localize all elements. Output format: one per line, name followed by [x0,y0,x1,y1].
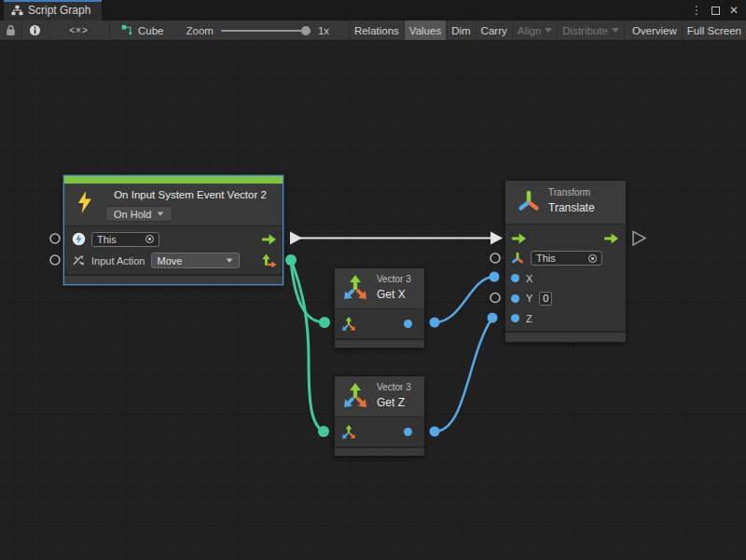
carry-button[interactable]: Carry [477,20,513,40]
inspect-button[interactable] [22,20,48,40]
event-this-row: This [64,228,283,250]
getx-node-header: Vector 3 Get X [335,268,424,309]
chevron-down-icon [226,258,232,262]
vector3-icon [342,275,368,301]
port-row-y: Y 0 [505,289,626,309]
node-footer [64,274,283,284]
target-picker-icon[interactable] [588,254,597,263]
vector2-to-getz-wire[interactable] [291,260,324,431]
translate-control-out-external-port[interactable] [633,232,645,246]
graph-node-icon [121,24,133,36]
event-mode-dropdown[interactable]: On Hold [105,206,173,222]
zoom-slider-track [221,30,311,32]
control-wire-start-arrow [290,232,302,245]
getz-to-translate-z-wire[interactable] [435,318,492,431]
node-vector3-get-z[interactable]: Vector 3 Get Z [334,376,425,457]
translate-this-external-port[interactable] [490,253,500,263]
translate-z-endpoint[interactable] [488,313,498,323]
float-output-port[interactable] [404,428,412,436]
y-value-field[interactable]: 0 [539,292,552,306]
node-title: Get X [377,288,406,301]
graph-hierarchy-icon [11,5,23,16]
node-vector3-get-x[interactable]: Vector 3 Get X [334,267,425,348]
values-button[interactable]: Values [405,20,447,40]
input-action-dropdown[interactable]: Move [151,253,240,268]
getz-node-header: Vector 3 Get Z [335,376,424,417]
node-category: Vector 3 [377,274,411,284]
getx-input-endpoint[interactable] [319,317,330,328]
window-controls: ⋮ ✕ [691,0,746,20]
node-title: Translate [548,201,595,214]
node-footer [335,338,424,348]
graph-toolbar: <×> Cube Zoom 1x Relations Values [0,20,746,41]
tab-script-graph[interactable]: Script Graph [4,0,102,20]
graph-name-label: Cube [138,25,164,36]
overview-button[interactable]: Overview [628,20,683,40]
vector3-input-port-icon[interactable] [341,425,356,440]
chevron-down-icon [612,28,619,33]
node-transform-translate[interactable]: Transform Translate [504,180,627,343]
vector3-input-port-icon[interactable] [341,317,356,332]
node-category: Vector 3 [377,382,411,392]
node-on-input-system-event-vector2[interactable]: On Input System Event Vector 2 On Hold T… [63,175,283,285]
getz-node-body [335,417,424,446]
this-object-field[interactable]: This [531,251,602,266]
full-screen-button[interactable]: Full Screen [683,20,746,40]
event-action-external-port[interactable] [50,255,60,265]
zoom-slider[interactable] [221,25,311,36]
port-row-x: X [505,268,626,289]
getz-input-endpoint[interactable] [318,426,329,437]
edit-script-button[interactable]: <×> [48,20,110,40]
vector2-output-endpoint[interactable] [285,254,297,266]
lock-button[interactable] [0,20,22,40]
node-category: Transform [548,187,590,198]
event-this-external-port[interactable] [50,234,60,243]
translate-node-body: This X Y 0 Z [505,225,626,329]
port-label: Z [526,313,532,324]
y-input-port[interactable] [511,294,519,303]
control-output-port-icon[interactable] [603,233,619,244]
graph-breadcrumb-button[interactable]: Cube [110,20,175,40]
node-footer [335,446,424,456]
translate-x-endpoint[interactable] [490,272,500,282]
translate-node-header: Transform Translate [505,181,626,225]
control-wire-end-arrow [490,232,503,245]
script-graph-window: Script Graph ⋮ ✕ <×> [0,0,746,560]
toolbar-toggle-group: Relations Values Dim Carry Align Distrib… [349,20,746,40]
target-picker-icon[interactable] [145,235,154,243]
control-input-port-icon[interactable] [511,233,527,244]
node-footer [505,331,626,342]
event-node-header: On Input System Event Vector 2 On Hold [64,184,283,226]
vector2-output-port-icon[interactable] [262,253,277,268]
getx-output-endpoint[interactable] [430,318,440,328]
transform-icon [517,189,541,213]
player-input-icon [72,232,86,246]
window-menu-icon[interactable]: ⋮ [691,5,702,16]
zoom-slider-handle[interactable] [301,26,311,35]
float-output-port[interactable] [404,320,412,328]
input-action-icon [72,254,86,266]
translate-y-external-port[interactable] [490,294,500,303]
zoom-control: Zoom 1x [175,20,341,40]
window-close-icon[interactable]: ✕ [729,5,739,16]
distribute-dropdown-button[interactable]: Distribute [558,20,625,40]
dim-button[interactable]: Dim [447,20,476,40]
node-title: Get Z [377,396,405,409]
getx-to-translate-x-wire[interactable] [435,277,494,322]
getz-output-endpoint[interactable] [430,427,440,437]
window-maximize-icon[interactable] [711,7,720,15]
this-object-field[interactable]: This [91,232,159,247]
port-row-z: Z [505,308,626,329]
vector2-to-getx-wire[interactable] [291,260,325,322]
align-dropdown-button[interactable]: Align [513,20,559,40]
control-output-port-icon[interactable] [261,234,277,245]
relations-button[interactable]: Relations [350,20,405,40]
port-label: Y [526,293,532,304]
z-input-port[interactable] [511,314,519,322]
transform-port-icon[interactable] [511,252,524,265]
x-input-port[interactable] [511,274,519,282]
code-icon: <×> [69,25,89,35]
lightning-bolt-icon [76,190,93,214]
graph-canvas[interactable]: On Input System Event Vector 2 On Hold T… [0,41,746,560]
control-row [505,228,626,249]
